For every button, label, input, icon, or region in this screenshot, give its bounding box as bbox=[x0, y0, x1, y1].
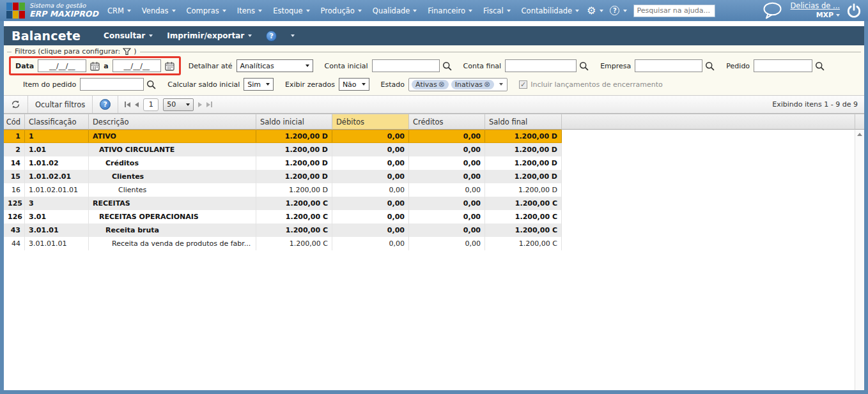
empresa-search-icon[interactable] bbox=[705, 61, 715, 71]
item-pedido-input[interactable] bbox=[80, 78, 144, 91]
col-header-creditos[interactable]: Créditos bbox=[409, 114, 485, 130]
encerramento-checkbox[interactable]: ✓ bbox=[519, 80, 527, 89]
date-from-input[interactable] bbox=[38, 59, 86, 72]
ocultar-filtros-button[interactable]: Ocultar filtros bbox=[28, 96, 92, 113]
empresa-input[interactable] bbox=[635, 59, 702, 72]
filters-legend[interactable]: Filtros (clique para configurar: ) bbox=[12, 47, 140, 56]
conta-final-search-icon[interactable] bbox=[579, 61, 589, 71]
menu-produção[interactable]: Produção bbox=[321, 6, 362, 15]
menu-itens[interactable]: Itens bbox=[237, 6, 262, 15]
app-logo[interactable]: Sistema de gestão ERP MAXIPROD bbox=[6, 3, 98, 19]
cell-descricao: ATIVO CIRCULANTE bbox=[89, 143, 256, 156]
cell-saldo-final: 1.200,00 D bbox=[485, 130, 562, 142]
help-search-input[interactable] bbox=[633, 4, 715, 17]
cell-cod: 16 bbox=[4, 183, 25, 197]
menu-compras[interactable]: Compras bbox=[187, 6, 226, 15]
first-page-button[interactable] bbox=[125, 102, 130, 107]
col-header-saldo-inicial[interactable]: Saldo inicial bbox=[256, 114, 332, 130]
last-page-button[interactable] bbox=[206, 102, 212, 107]
cell-classificacao: 1.01 bbox=[25, 143, 89, 156]
menu-estoque[interactable]: Estoque bbox=[273, 6, 309, 15]
menu-fiscal[interactable]: Fiscal bbox=[483, 6, 511, 15]
page-help-icon[interactable]: ? bbox=[266, 31, 277, 42]
cell-descricao: RECEITAS OPERACIONAIS bbox=[89, 210, 256, 224]
conta-inicial-search-icon[interactable] bbox=[442, 61, 452, 71]
select-caret-icon bbox=[186, 103, 190, 106]
refresh-button[interactable] bbox=[4, 96, 27, 113]
cell-creditos: 0,00 bbox=[409, 210, 485, 224]
logo-line2: ERP MAXIPROD bbox=[29, 10, 98, 19]
next-page-button[interactable] bbox=[198, 102, 202, 107]
estado-multiselect[interactable]: Ativas ⊗ Inativas ⊗ bbox=[408, 78, 508, 91]
menu-contabilidade[interactable]: Contabilidade bbox=[522, 6, 580, 15]
page-size-select[interactable]: 50 bbox=[163, 98, 194, 111]
date-to-input[interactable] bbox=[112, 59, 161, 72]
scroll-up-icon[interactable] bbox=[857, 133, 862, 136]
logout-power-icon[interactable] bbox=[846, 3, 862, 19]
item-pedido-label: Item do pedido bbox=[23, 80, 76, 89]
table-row[interactable]: 125 3 RECEITAS 1.200,00 C 0,00 0,00 1.20… bbox=[4, 197, 562, 210]
menu-financeiro[interactable]: Financeiro bbox=[428, 6, 472, 15]
conta-inicial-input[interactable] bbox=[372, 59, 440, 72]
col-header-descricao[interactable]: Descrição bbox=[89, 114, 256, 130]
table-row[interactable]: 15 1.01.02.01 Clientes 1.200,00 D 0,00 0… bbox=[4, 170, 562, 183]
table-row[interactable]: 16 1.01.02.01.01 Clientes 1.200,00 D 0,0… bbox=[4, 183, 562, 197]
calendar-to-icon[interactable] bbox=[165, 61, 174, 71]
cell-cod: 125 bbox=[4, 197, 25, 210]
pedido-search-icon[interactable] bbox=[815, 61, 825, 71]
table-row[interactable]: 1 1 ATIVO 1.200,00 D 0,00 0,00 1.200,00 … bbox=[4, 130, 562, 143]
cell-cod: 14 bbox=[4, 156, 25, 170]
company-link[interactable]: Delicias de ... bbox=[790, 1, 840, 10]
title-caret-icon[interactable] bbox=[291, 34, 295, 37]
help-menu[interactable]: ? bbox=[610, 6, 619, 15]
cell-creditos: 0,00 bbox=[409, 170, 485, 183]
chat-bubble-icon[interactable] bbox=[762, 2, 784, 19]
table-row[interactable]: 14 1.01.02 Créditos 1.200,00 D 0,00 0,00… bbox=[4, 156, 562, 170]
vertical-scrollbar[interactable] bbox=[855, 130, 864, 390]
estado-chip-ativas[interactable]: Ativas ⊗ bbox=[412, 80, 449, 89]
consultar-menu[interactable]: Consultar bbox=[104, 31, 153, 40]
table-row[interactable]: 43 3.01.01 Receita bruta 1.200,00 C 0,00… bbox=[4, 224, 562, 237]
page-frame: Balancete Consultar Imprimir/exportar ? … bbox=[0, 21, 868, 394]
user-menu[interactable]: MXP bbox=[790, 11, 840, 20]
cell-debitos: 0,00 bbox=[332, 143, 409, 156]
previous-page-button[interactable] bbox=[135, 102, 139, 107]
current-page-box[interactable]: 1 bbox=[143, 98, 159, 111]
estado-chip-inativas[interactable]: Inativas ⊗ bbox=[451, 80, 494, 89]
conta-final-input[interactable] bbox=[505, 59, 577, 72]
table-row[interactable]: 44 3.01.01.01 Receita da venda de produt… bbox=[4, 237, 562, 250]
detalhar-ate-select[interactable]: Analíticas bbox=[236, 59, 313, 72]
col-header-saldo-final[interactable]: Saldo final bbox=[485, 114, 562, 130]
item-pedido-search-icon[interactable] bbox=[146, 80, 156, 89]
cell-classificacao: 1.01.02.01.01 bbox=[25, 183, 89, 197]
col-header-classificacao[interactable]: Classificação bbox=[25, 114, 89, 130]
table-row[interactable]: 126 3.01 RECEITAS OPERACIONAIS 1.200,00 … bbox=[4, 210, 562, 224]
chip-remove-icon[interactable]: ⊗ bbox=[484, 80, 490, 88]
help-caret-icon[interactable] bbox=[623, 10, 627, 12]
consultar-caret-icon bbox=[149, 34, 153, 37]
settings-menu[interactable]: ⚙ bbox=[587, 6, 596, 16]
cell-descricao: Clientes bbox=[89, 170, 256, 183]
table-row[interactable]: 2 1.01 ATIVO CIRCULANTE 1.200,00 D 0,00 … bbox=[4, 143, 562, 156]
cell-saldo-inicial: 1.200,00 D bbox=[256, 183, 332, 197]
settings-caret-icon[interactable] bbox=[600, 10, 603, 12]
menu-crm[interactable]: CRM bbox=[107, 6, 131, 15]
calcular-saldo-select[interactable]: Sim bbox=[244, 78, 274, 91]
exibir-zerados-select[interactable]: Não bbox=[339, 78, 369, 91]
table-body: 1 1 ATIVO 1.200,00 D 0,00 0,00 1.200,00 … bbox=[4, 130, 864, 250]
cell-creditos: 0,00 bbox=[409, 156, 485, 170]
refresh-icon bbox=[11, 100, 20, 109]
main-menu: CRM Vendas Compras Itens Estoque Produçã… bbox=[107, 6, 579, 15]
imprimir-exportar-menu[interactable]: Imprimir/exportar bbox=[167, 31, 252, 40]
chip-remove-icon[interactable]: ⊗ bbox=[438, 80, 445, 88]
col-header-cod[interactable]: Cód bbox=[4, 114, 25, 130]
help-icon: ? bbox=[610, 6, 619, 15]
menu-caret-icon bbox=[258, 10, 262, 12]
col-header-debitos[interactable]: Débitos bbox=[332, 114, 409, 130]
menu-vendas[interactable]: Vendas bbox=[142, 6, 176, 15]
pedido-input[interactable] bbox=[754, 59, 812, 72]
cell-classificacao: 3 bbox=[25, 197, 89, 210]
menu-qualidade[interactable]: Qualidade bbox=[373, 6, 417, 15]
grid-help-button[interactable]: ? bbox=[93, 96, 118, 113]
calendar-from-icon[interactable] bbox=[90, 61, 100, 71]
